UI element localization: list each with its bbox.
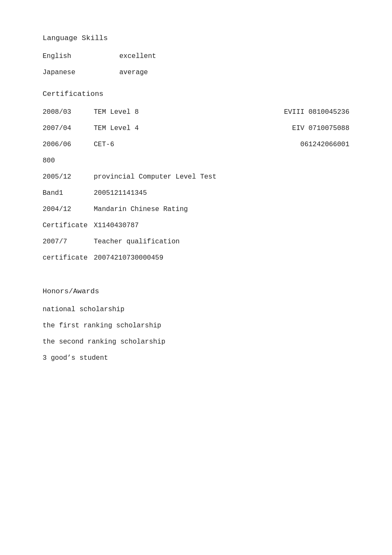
award-item-0: national scholarship (43, 306, 349, 313)
cert-date-9: certificate (43, 254, 94, 262)
english-label: English (43, 52, 119, 60)
cert-row-3: 800 (43, 157, 349, 165)
cert-date-7: Certificate (43, 222, 94, 229)
award-item-3: 3 good’s student (43, 354, 349, 362)
cert-date-2: 2006/06 (43, 141, 94, 148)
language-skills-title: Language Skills (43, 34, 349, 42)
cert-name-6: Mandarin Chinese Rating (94, 205, 264, 213)
cert-row-0: 2008/03 TEM Level 8 EVIII 0810045236 (43, 108, 349, 116)
cert-date-0: 2008/03 (43, 108, 94, 116)
cert-row-6: 2004/12 Mandarin Chinese Rating (43, 205, 349, 213)
cert-row-2: 2006/06 CET-6 061242066001 (43, 141, 349, 148)
cert-name-0: TEM Level 8 (94, 108, 264, 116)
cert-code-1: EIV 0710075088 (264, 124, 349, 132)
cert-code-2: 061242066001 (264, 141, 349, 148)
cert-date-3: 800 (43, 157, 94, 165)
award-item-1: the first ranking scholarship (43, 322, 349, 330)
cert-name-4: provincial Computer Level Test (94, 173, 264, 181)
cert-name-9: 20074210730000459 (94, 254, 264, 262)
cert-date-8: 2007/7 (43, 238, 94, 246)
english-row: English excellent (43, 52, 349, 60)
cert-row-8: 2007/7 Teacher qualification (43, 238, 349, 246)
cert-date-6: 2004/12 (43, 205, 94, 213)
cert-date-4: 2005/12 (43, 173, 94, 181)
cert-date-5: Band1 (43, 189, 94, 197)
japanese-row: Japanese average (43, 69, 349, 76)
cert-name-7: X1140430787 (94, 222, 264, 229)
honors-title: Honors/Awards (43, 287, 349, 295)
honors-section: Honors/Awards national scholarship the f… (43, 287, 349, 362)
english-level: excellent (119, 52, 349, 60)
cert-code-0: EVIII 0810045236 (264, 108, 349, 116)
cert-name-1: TEM Level 4 (94, 124, 264, 132)
cert-row-9: certificate 20074210730000459 (43, 254, 349, 262)
cert-row-4: 2005/12 provincial Computer Level Test (43, 173, 349, 181)
japanese-level: average (119, 69, 349, 76)
cert-name-5: 2005121141345 (94, 189, 264, 197)
cert-row-7: Certificate X1140430787 (43, 222, 349, 229)
cert-name-8: Teacher qualification (94, 238, 264, 246)
cert-name-2: CET-6 (94, 141, 264, 148)
japanese-label: Japanese (43, 69, 119, 76)
cert-row-1: 2007/04 TEM Level 4 EIV 0710075088 (43, 124, 349, 132)
certifications-title: Certifications (43, 90, 349, 98)
cert-date-1: 2007/04 (43, 124, 94, 132)
cert-row-5: Band1 2005121141345 (43, 189, 349, 197)
award-item-2: the second ranking scholarship (43, 338, 349, 346)
